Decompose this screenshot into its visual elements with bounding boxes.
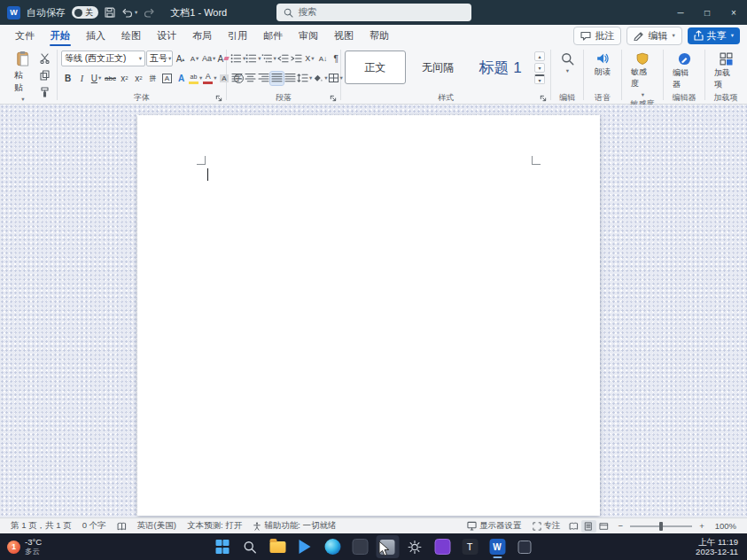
sensitivity-button[interactable]: 敏感度 ▾ — [626, 49, 659, 98]
character-border-button[interactable]: A — [160, 72, 174, 85]
styles-scroll-down-button[interactable]: ▾ — [534, 63, 545, 73]
app-button-3[interactable] — [431, 535, 454, 558]
shrink-font-button[interactable]: A▾ — [188, 52, 201, 66]
text-highlight-button[interactable]: ab▾ — [189, 72, 202, 85]
minimize-button[interactable]: ─ — [667, 0, 694, 25]
maximize-button[interactable]: □ — [694, 0, 720, 25]
style-heading-1[interactable]: 标题 1 — [470, 51, 531, 84]
file-explorer-button[interactable] — [266, 535, 289, 558]
paragraph-dialog-launcher[interactable] — [330, 95, 337, 102]
cut-button[interactable] — [38, 51, 51, 65]
italic-button[interactable]: I — [75, 72, 89, 85]
change-case-button[interactable]: Aa▾ — [202, 52, 215, 66]
start-button[interactable] — [211, 535, 234, 558]
font-size-combo[interactable]: 五号▾ — [146, 51, 173, 66]
zoom-slider[interactable] — [630, 525, 692, 527]
tab-file[interactable]: 文件 — [7, 25, 43, 46]
justify-button[interactable] — [270, 72, 284, 85]
focus-button[interactable]: 专注 — [527, 520, 566, 532]
print-layout-button[interactable] — [581, 520, 596, 533]
font-dialog-launcher[interactable] — [215, 95, 222, 102]
superscript-button[interactable]: x2 — [132, 72, 145, 85]
bold-button[interactable]: B — [61, 72, 74, 85]
editing-menu-button[interactable]: ▾ — [556, 49, 580, 74]
bullets-button[interactable]: ▾ — [230, 52, 245, 66]
tab-review[interactable]: 审阅 — [291, 25, 326, 46]
multilevel-list-button[interactable]: ▾ — [261, 52, 276, 66]
tab-draw[interactable]: 绘图 — [113, 25, 149, 46]
app-button-4[interactable] — [513, 535, 536, 558]
zoom-slider-thumb[interactable] — [659, 522, 663, 531]
save-button[interactable] — [105, 7, 115, 18]
read-aloud-button[interactable]: 朗读 — [589, 49, 616, 78]
show-marks-button[interactable]: ¶ — [330, 52, 343, 66]
word-taskbar-button[interactable]: W — [486, 535, 509, 558]
align-right-button[interactable] — [257, 72, 270, 85]
taskbar-clock[interactable]: 上午 11:19 2023-12-11 — [696, 537, 747, 556]
display-settings-button[interactable]: 显示器设置 — [462, 520, 527, 532]
tab-layout[interactable]: 布局 — [184, 25, 220, 46]
font-name-combo[interactable]: 等线 (西文正文)▾ — [61, 51, 145, 66]
autosave-toggle[interactable]: 关 — [72, 6, 98, 19]
media-player-button[interactable] — [293, 535, 316, 558]
proofing-status[interactable] — [112, 522, 132, 531]
zoom-in-button[interactable]: + — [697, 521, 710, 531]
subscript-button[interactable]: x2 — [118, 72, 131, 85]
zoom-level[interactable]: 100% — [710, 521, 742, 531]
web-layout-button[interactable] — [596, 520, 611, 533]
style-no-spacing[interactable]: 无间隔 — [408, 51, 469, 84]
tab-mailings[interactable]: 邮件 — [255, 25, 291, 46]
grow-font-button[interactable]: A▴ — [174, 52, 187, 66]
taskbar-search-button[interactable] — [238, 535, 261, 558]
tab-references[interactable]: 引用 — [220, 25, 255, 46]
font-color-button[interactable]: A▾ — [203, 72, 216, 85]
word-count-status[interactable]: 0 个字 — [77, 520, 112, 532]
paste-button[interactable]: 粘贴 ▾ — [9, 49, 36, 105]
editing-mode-button[interactable]: 编辑 ▾ — [626, 27, 681, 45]
format-painter-button[interactable] — [38, 85, 51, 98]
text-prediction-status[interactable]: 文本预测: 打开 — [182, 520, 247, 532]
tab-insert[interactable]: 插入 — [78, 25, 113, 46]
settings-button[interactable] — [403, 535, 426, 558]
numbering-button[interactable]: ▾ — [245, 52, 261, 66]
sort-button[interactable]: A↓ — [316, 52, 330, 66]
close-button[interactable]: × — [720, 0, 747, 25]
shading-button[interactable]: ▾ — [312, 72, 327, 85]
strikethrough-button[interactable]: abc — [104, 72, 117, 85]
styles-dialog-launcher[interactable] — [540, 95, 547, 102]
styles-more-button[interactable]: ▾ — [534, 74, 545, 84]
editor-button[interactable]: 编辑器 — [667, 49, 701, 90]
edge-browser-button[interactable] — [321, 535, 344, 558]
underline-button[interactable]: U▾ — [89, 72, 103, 85]
search-box[interactable]: 搜索 — [276, 4, 471, 21]
document-page[interactable] — [137, 115, 600, 516]
style-normal[interactable]: 正文 — [345, 51, 406, 84]
borders-button[interactable]: ▾ — [328, 72, 343, 85]
tab-help[interactable]: 帮助 — [362, 25, 397, 46]
language-status[interactable]: 英语(美国) — [132, 520, 182, 532]
undo-button[interactable]: ▾ — [121, 7, 137, 19]
distribute-button[interactable] — [284, 72, 297, 85]
increase-indent-button[interactable] — [290, 52, 303, 66]
redo-button[interactable] — [144, 7, 155, 19]
styles-scroll-up-button[interactable]: ▴ — [534, 51, 545, 61]
comments-button[interactable]: 批注 — [573, 27, 621, 45]
asian-layout-button[interactable]: X▾ — [303, 52, 316, 66]
addins-button[interactable]: 加载项 — [709, 49, 743, 90]
text-effects-button[interactable]: A — [175, 72, 188, 85]
tab-view[interactable]: 视图 — [326, 25, 362, 46]
zoom-out-button[interactable]: − — [611, 521, 626, 531]
line-spacing-button[interactable]: ▾ — [297, 72, 312, 85]
app-button-t[interactable]: T — [458, 535, 481, 558]
tab-home[interactable]: 开始 — [43, 25, 78, 46]
share-button[interactable]: 共享 ▾ — [688, 27, 740, 44]
app-button-1[interactable] — [348, 535, 371, 558]
accessibility-status[interactable]: 辅助功能: 一切就绪 — [247, 520, 341, 532]
copy-button[interactable] — [38, 68, 51, 82]
align-center-button[interactable] — [244, 72, 257, 85]
weather-widget[interactable]: 1 -3°C 多云 — [0, 538, 42, 556]
tab-design[interactable]: 设计 — [149, 25, 184, 46]
read-mode-button[interactable] — [566, 520, 581, 533]
pinyin-guide-button[interactable]: 拼 — [146, 72, 160, 85]
decrease-indent-button[interactable] — [276, 52, 290, 66]
